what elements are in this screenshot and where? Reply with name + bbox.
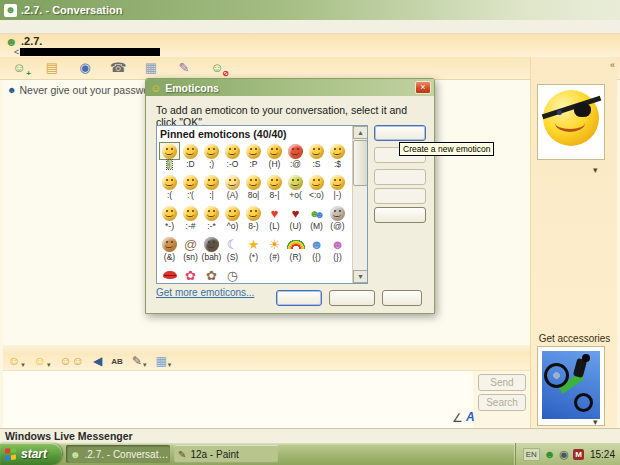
emoticon-cell[interactable]: +o( xyxy=(285,174,306,200)
emoticon-image-box: @ xyxy=(181,236,200,252)
emoticon-cell[interactable]: ♥ (U) xyxy=(285,205,306,231)
handwriting-mode-icon[interactable]: ∠ xyxy=(452,411,463,425)
emoticon-cell[interactable]: :D xyxy=(180,143,201,169)
emoticon-cell[interactable]: ;) xyxy=(201,143,222,169)
emoticon-cell[interactable]: ☻ (}) xyxy=(327,236,348,262)
activities-icon[interactable]: ▦ xyxy=(140,59,162,78)
emoticon-cell[interactable]: :$ xyxy=(327,143,348,169)
emoticon-cell[interactable]: (&) xyxy=(159,236,180,262)
input-toolbar-icon-glyph: ✎ xyxy=(132,355,142,368)
scroll-down-icon[interactable]: ▼ xyxy=(353,270,368,283)
taskbar-task-paint[interactable]: ✎ 12a - Paint xyxy=(174,445,278,463)
emoticon-cell[interactable]: :-# xyxy=(180,205,201,231)
nudge-icon[interactable]: AB xyxy=(111,355,123,368)
emoticon-cell[interactable]: :| xyxy=(201,174,222,200)
call-icon[interactable]: ☎ xyxy=(107,59,129,78)
dropdown-arrow-icon[interactable] xyxy=(168,353,172,371)
handwriting-pen-icon[interactable]: ✎ xyxy=(132,353,147,371)
emoticon-cell[interactable]: <:o) xyxy=(306,174,327,200)
collapse-panel-icon[interactable]: « xyxy=(610,60,615,70)
emoticon-glyph: ☻ xyxy=(310,237,324,252)
background-picker-icon[interactable]: ▦ xyxy=(155,353,171,371)
get-accessories-label[interactable]: Get accessories xyxy=(531,333,618,344)
emoticon-cell[interactable]: (K) xyxy=(159,267,180,284)
taskbar: start ☻ .2.7. - Conversation ✎ 12a - Pai… xyxy=(0,443,620,465)
emoticon-glyph xyxy=(330,175,345,190)
emoticon-cell[interactable]: :S xyxy=(306,143,327,169)
task-icon: ☻ xyxy=(70,449,81,460)
emoticon-cell[interactable]: ✿ (F) xyxy=(180,267,201,284)
emoticon-cell[interactable]: ☀ (#) xyxy=(264,236,285,262)
block-icon[interactable]: ☺ ⊘ xyxy=(206,59,228,78)
tray-network-icon[interactable]: ◉ xyxy=(559,448,569,460)
emoticon-cell[interactable]: ☻ ({) xyxy=(306,236,327,262)
emoticon-cell[interactable]: :( xyxy=(159,174,180,200)
emoticon-cell[interactable]: ✿ (W) xyxy=(201,267,222,284)
toolbar-icon-badge: + xyxy=(26,69,31,78)
close-icon[interactable]: × xyxy=(415,81,431,94)
emoticon-cell[interactable]: 8o| xyxy=(243,174,264,200)
tray-app-icon[interactable]: M xyxy=(573,449,584,460)
list-scrollbar[interactable]: ▲ ▼ xyxy=(352,126,367,283)
emoticon-cell[interactable]: :-O xyxy=(222,143,243,169)
voice-clip-icon[interactable]: ◀ xyxy=(93,355,102,368)
unpin-button[interactable] xyxy=(374,207,426,223)
create-button[interactable] xyxy=(374,125,426,141)
dropdown-arrow-icon[interactable] xyxy=(21,353,25,371)
emoticon-cell[interactable]: ♥ (L) xyxy=(264,205,285,231)
get-more-emoticons-link[interactable]: Get more emoticons... xyxy=(156,287,254,298)
pinned-section-header[interactable]: Pinned emoticons (40/40) xyxy=(160,128,287,140)
video-call-icon[interactable]: ◉ xyxy=(74,59,96,78)
emoticon-cell[interactable]: (R) xyxy=(285,236,306,262)
search-button[interactable]: Search xyxy=(478,394,526,411)
emoticon-shortcut: :'( xyxy=(187,191,194,200)
accessory-options-arrow-icon[interactable]: ▾ xyxy=(593,417,598,427)
close-button[interactable] xyxy=(329,290,375,306)
scrollbar-thumb[interactable] xyxy=(353,140,368,186)
emoticon-cell[interactable]: :) xyxy=(159,143,180,169)
message-input[interactable] xyxy=(3,371,473,428)
emoticon-cell[interactable]: (bah) xyxy=(201,236,222,262)
send-button[interactable]: Send xyxy=(478,374,526,391)
emoticon-cell[interactable]: ★ (*) xyxy=(243,236,264,262)
tray-messenger-icon[interactable]: ☻ xyxy=(544,448,556,460)
wink-picker-icon[interactable]: ☺ xyxy=(34,353,51,371)
emoticon-cell[interactable]: ◷ (O) xyxy=(222,267,243,284)
emoticon-cell[interactable]: ^o) xyxy=(222,205,243,231)
dropdown-arrow-icon[interactable] xyxy=(143,353,147,371)
emoticon-cell[interactable]: (@) xyxy=(327,205,348,231)
emoticon-cell[interactable]: @ (sn) xyxy=(180,236,201,262)
scroll-up-icon[interactable]: ▲ xyxy=(353,126,368,139)
start-button[interactable]: start xyxy=(0,443,62,465)
text-mode-icon[interactable]: A xyxy=(466,410,475,424)
emoticon-cell[interactable]: :@ xyxy=(285,143,306,169)
taskbar-task-conversation[interactable]: ☻ .2.7. - Conversation xyxy=(66,445,170,463)
help-button[interactable] xyxy=(382,290,422,306)
emoticon-cell[interactable]: :P xyxy=(243,143,264,169)
emoticon-pair-icon[interactable]: ☺☺ xyxy=(60,355,85,368)
games-icon[interactable]: ✎ xyxy=(173,59,195,78)
emoticon-cell[interactable]: |-) xyxy=(327,174,348,200)
emoticon-picker-icon[interactable]: ☺ xyxy=(8,353,25,371)
dirt-bike-image[interactable] xyxy=(542,351,600,419)
modify-button[interactable] xyxy=(374,169,426,185)
send-file-icon[interactable]: ▤ xyxy=(41,59,63,78)
input-toolbar-icon-glyph: ☺ xyxy=(34,355,46,368)
avatar-options-arrow-icon[interactable]: ▾ xyxy=(593,165,598,175)
language-indicator[interactable]: EN xyxy=(523,448,540,461)
taskbar-clock[interactable]: 15:24 xyxy=(590,449,615,460)
pin-button[interactable] xyxy=(374,188,426,204)
emoticon-cell[interactable]: 8-) xyxy=(243,205,264,231)
emoticon-cell[interactable]: *-) xyxy=(159,205,180,231)
pane-splitter[interactable]: ········· xyxy=(3,345,530,353)
emoticon-cell[interactable]: ☾ (S) xyxy=(222,236,243,262)
invite-icon[interactable]: ☺ + xyxy=(8,59,30,78)
emoticon-cell[interactable]: :-* xyxy=(201,205,222,231)
ok-button[interactable] xyxy=(276,290,322,306)
emoticon-cell[interactable]: ☻ (M) xyxy=(306,205,327,231)
emoticon-cell[interactable]: (A) xyxy=(222,174,243,200)
emoticon-cell[interactable]: 8-| xyxy=(264,174,285,200)
emoticon-cell[interactable]: (H) xyxy=(264,143,285,169)
emoticon-cell[interactable]: :'( xyxy=(180,174,201,200)
dropdown-arrow-icon[interactable] xyxy=(47,353,51,371)
